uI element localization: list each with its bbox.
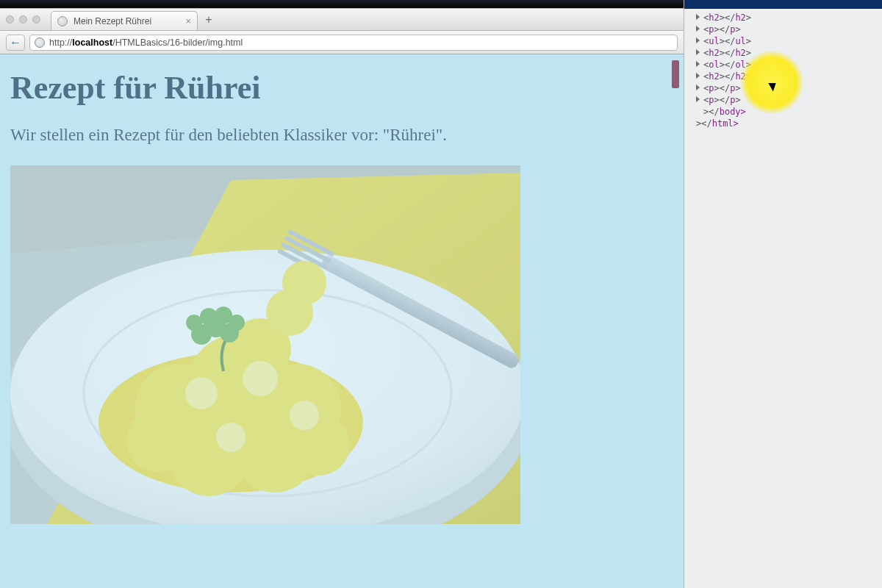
viewport: Rezept für Rührei Wir stellen ein Rezept… <box>0 54 684 588</box>
dom-node[interactable]: <p></p> <box>689 24 882 35</box>
recipe-image <box>10 165 520 524</box>
minimize-window-icon[interactable] <box>19 15 27 24</box>
devtools-panel: <h2></h2><p></p><ul></ul><h2></h2><ol></… <box>684 0 882 588</box>
tab-close-icon[interactable]: × <box>185 16 191 26</box>
browser-tab[interactable]: Mein Rezept Rührei × <box>51 11 198 30</box>
close-window-icon[interactable] <box>6 15 14 24</box>
back-button[interactable]: ← <box>6 35 25 51</box>
page-heading: Rezept für Rührei <box>10 69 673 107</box>
screen-edge-marker <box>672 60 679 88</box>
page-intro: Wir stellen ein Rezept für den beliebten… <box>10 126 673 145</box>
dom-node[interactable]: <ul></ul> <box>689 35 882 47</box>
dom-node[interactable]: <p></p> <box>689 82 882 94</box>
browser-window: Mein Rezept Rührei × + ← http://localhos… <box>0 9 684 588</box>
window-controls <box>6 15 40 24</box>
url-prefix: http:// <box>49 37 72 48</box>
devtools-header <box>684 0 882 9</box>
expand-icon[interactable] <box>696 85 700 90</box>
expand-icon[interactable] <box>696 61 700 67</box>
expand-icon[interactable] <box>696 37 700 43</box>
zoom-window-icon[interactable] <box>32 15 40 24</box>
toolbar: ← http://localhost/HTMLBasics/16-bilder/… <box>0 31 684 54</box>
svg-rect-33 <box>10 165 520 524</box>
dom-node-close: ></body> <box>689 106 882 118</box>
url-bar[interactable]: http://localhost/HTMLBasics/16-bilder/im… <box>29 35 678 51</box>
favicon-icon <box>57 16 68 26</box>
tab-title: Mein Rezept Rührei <box>74 16 151 26</box>
dom-node-close: ></html> <box>689 118 882 129</box>
dom-node[interactable]: <h2></h2> <box>689 12 882 24</box>
expand-icon[interactable] <box>696 73 700 79</box>
page-body: Rezept für Rührei Wir stellen ein Rezept… <box>0 54 684 588</box>
dom-node[interactable]: <p></p> <box>689 94 882 106</box>
url-path: /HTMLBasics/16-bilder/img.html <box>112 37 243 48</box>
globe-icon <box>35 37 45 48</box>
url-text: http://localhost/HTMLBasics/16-bilder/im… <box>49 37 243 48</box>
expand-icon[interactable] <box>696 96 700 102</box>
expand-icon[interactable] <box>696 49 700 55</box>
tab-bar: Mein Rezept Rührei × + <box>0 9 684 31</box>
expand-icon[interactable] <box>696 14 700 20</box>
dom-node[interactable]: <h2></h2> <box>689 71 882 82</box>
dom-node[interactable]: <ol></ol> <box>689 59 882 71</box>
expand-icon[interactable] <box>696 26 700 32</box>
new-tab-button[interactable]: + <box>201 12 217 27</box>
url-host: localhost <box>72 37 112 48</box>
dom-node[interactable]: <h2></h2> <box>689 47 882 59</box>
dom-tree[interactable]: <h2></h2><p></p><ul></ul><h2></h2><ol></… <box>684 9 882 129</box>
